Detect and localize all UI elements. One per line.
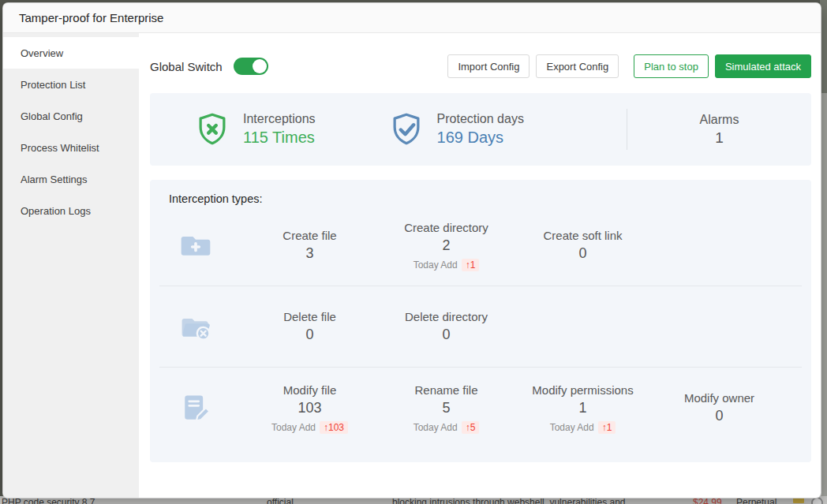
- stat-label: Protection days: [437, 112, 524, 126]
- interception-cell: Delete directory 0: [378, 310, 515, 343]
- today-add: Today Add↑103: [241, 422, 378, 433]
- floating-button-icon: [811, 497, 823, 504]
- interception-types-heading: Interception types:: [169, 192, 811, 205]
- bg-product-description: blocking intrusions through webshell, vu…: [392, 497, 626, 504]
- background-page-edge: [820, 0, 827, 504]
- modal-title: Tamper-proof for Enterprise: [19, 11, 163, 24]
- bg-product-name: PHP code security 8.7: [2, 497, 95, 504]
- note-edit-icon: [178, 390, 213, 425]
- stat-value: 1: [627, 129, 811, 147]
- shield-check-icon: [388, 111, 425, 147]
- stat-value: 115 Times: [243, 129, 316, 147]
- simulated-attack-button[interactable]: Simulated attack: [715, 54, 811, 78]
- interception-row-delete: Delete file 0 Delete directory 0: [150, 286, 811, 367]
- stat-interceptions: Interceptions 115 Times: [194, 111, 316, 147]
- today-add-badge: ↑103: [320, 421, 348, 434]
- import-config-button[interactable]: Import Config: [447, 54, 530, 78]
- sidebar-item-alarm-settings[interactable]: Alarm Settings: [3, 163, 139, 195]
- stat-label: Alarms: [627, 113, 811, 127]
- tamper-proof-modal: Tamper-proof for Enterprise Overview Pro…: [3, 3, 821, 498]
- toolbar: Global Switch Import Config Export Confi…: [150, 54, 811, 79]
- interception-cell: Modify file 103 Today Add↑103: [241, 383, 378, 433]
- today-add: Today Add↑5: [378, 422, 515, 433]
- today-add: Today Add↑1: [515, 422, 651, 433]
- folder-plus-icon: [178, 228, 213, 263]
- bg-product-price: $24.99: [693, 497, 722, 504]
- main-content: Global Switch Import Config Export Confi…: [139, 33, 821, 498]
- interception-row-modify: Modify file 103 Today Add↑103 Rename fil…: [150, 368, 811, 448]
- modal-header: Tamper-proof for Enterprise: [3, 3, 821, 33]
- global-switch-label: Global Switch: [150, 60, 223, 73]
- stat-alarms: Alarms 1: [627, 113, 811, 147]
- interception-cell: Modify owner 0: [651, 391, 788, 424]
- sidebar: Overview Protection List Global Config P…: [3, 33, 139, 498]
- stat-protection-days: Protection days 169 Days: [388, 111, 524, 147]
- folder-delete-icon: [178, 309, 213, 344]
- today-add: Today Add↑1: [378, 259, 515, 271]
- toggle-knob: [253, 59, 267, 73]
- interception-cell: Rename file 5 Today Add↑5: [378, 383, 515, 433]
- interception-cell: Create soft link 0: [515, 229, 651, 262]
- interception-cell: Delete file 0: [241, 310, 378, 343]
- stat-value: 169 Days: [437, 129, 524, 147]
- bg-product-term: Perpetual: [736, 497, 776, 504]
- export-config-button[interactable]: Export Config: [536, 54, 619, 78]
- global-switch-toggle[interactable]: [234, 58, 268, 75]
- sidebar-item-process-whitelist[interactable]: Process Whitelist: [3, 132, 139, 163]
- stats-panel: Interceptions 115 Times Protection days …: [150, 93, 811, 166]
- interception-cell: Modify permissions 1 Today Add↑1: [515, 383, 651, 433]
- cart-icon: [793, 497, 804, 503]
- stat-label: Interceptions: [243, 112, 316, 126]
- today-add-badge: ↑1: [598, 421, 616, 434]
- bg-product-tag: official: [267, 497, 294, 504]
- shield-x-icon: [194, 111, 230, 147]
- sidebar-item-global-config[interactable]: Global Config: [3, 100, 139, 132]
- interception-types-panel: Interception types: Create file 3: [150, 180, 811, 462]
- sidebar-item-protection-list[interactable]: Protection List: [3, 69, 139, 100]
- interception-row-create: Create file 3 Create directory 2 Today A…: [150, 205, 811, 286]
- sidebar-item-overview[interactable]: Overview: [3, 37, 139, 69]
- today-add-badge: ↑1: [462, 259, 480, 271]
- sidebar-item-operation-logs[interactable]: Operation Logs: [3, 195, 139, 226]
- today-add-badge: ↑5: [462, 421, 480, 434]
- interception-cell: Create file 3: [241, 229, 378, 262]
- interception-cell: Create directory 2 Today Add↑1: [378, 221, 515, 271]
- plan-to-stop-button[interactable]: Plan to stop: [634, 54, 709, 78]
